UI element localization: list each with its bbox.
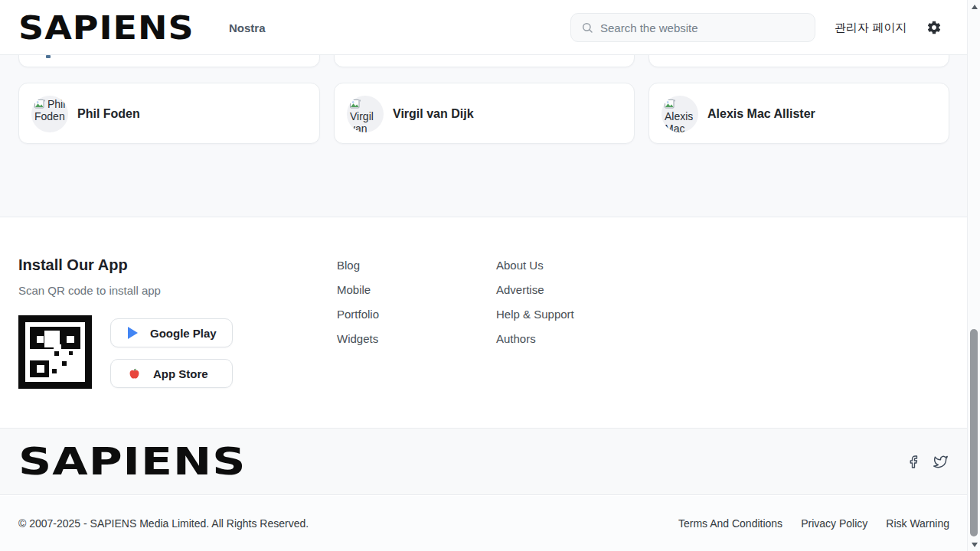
app-store-label: App Store bbox=[153, 367, 208, 380]
search-input[interactable] bbox=[600, 21, 815, 34]
apple-icon bbox=[128, 367, 141, 380]
footer-sapiens-logo[interactable]: SAPIENS bbox=[18, 434, 246, 489]
footer-link-authors[interactable]: Authors bbox=[496, 326, 574, 350]
author-name: Phil Foden bbox=[77, 83, 140, 145]
twitter-icon bbox=[933, 455, 949, 469]
admin-page-link[interactable]: 관리자 페이지 bbox=[835, 0, 906, 55]
broken-image-icon bbox=[665, 99, 676, 109]
facebook-link[interactable] bbox=[906, 428, 920, 495]
legal-links: Terms And Conditions Privacy Policy Risk… bbox=[678, 517, 949, 530]
avatar-alt-text: Virgil van Dijk bbox=[350, 110, 374, 132]
search-icon bbox=[581, 21, 593, 34]
author-name: Alexis Mac Allister bbox=[707, 83, 815, 145]
install-app-subtitle: Scan QR code to install app bbox=[18, 284, 161, 297]
footer-link-help-support[interactable]: Help & Support bbox=[496, 302, 574, 326]
google-play-icon bbox=[128, 327, 138, 339]
app-store-button[interactable]: App Store bbox=[110, 359, 233, 388]
privacy-policy-link[interactable]: Privacy Policy bbox=[801, 517, 867, 530]
twitter-link[interactable] bbox=[933, 428, 949, 495]
install-app-title: Install Our App bbox=[18, 256, 128, 274]
scrollbar[interactable] bbox=[967, 0, 980, 551]
search-box[interactable] bbox=[570, 13, 815, 42]
footer-link-about-us[interactable]: About Us bbox=[496, 253, 574, 277]
avatar: Virgil van Dijk bbox=[347, 96, 384, 132]
sapiens-logo[interactable]: SAPIENS bbox=[18, 2, 194, 53]
settings-button[interactable] bbox=[926, 20, 943, 37]
avatar: Alexis Mac Allister bbox=[662, 96, 698, 132]
footer-nav-column-2: About Us Advertise Help & Support Author… bbox=[496, 253, 574, 350]
legal-bar: © 2007-2025 - SAPIENS Media Limited. All… bbox=[0, 496, 980, 551]
avatar-alt-text: Alexis Mac Allister bbox=[665, 110, 697, 132]
author-name: Virgil van Dijk bbox=[393, 83, 474, 145]
risk-warning-link[interactable]: Risk Warning bbox=[886, 517, 949, 530]
footer-link-advertise[interactable]: Advertise bbox=[496, 277, 574, 302]
avatar: Phil Foden bbox=[31, 96, 68, 132]
gear-icon bbox=[926, 20, 942, 35]
header: SAPIENS Nostra 관리자 페이지 bbox=[0, 0, 980, 55]
footer-link-widgets[interactable]: Widgets bbox=[337, 326, 379, 350]
terms-and-conditions-link[interactable]: Terms And Conditions bbox=[678, 517, 782, 530]
site-name: Nostra bbox=[229, 0, 266, 55]
scrollbar-down-arrow[interactable] bbox=[968, 538, 980, 551]
copyright-text: © 2007-2025 - SAPIENS Media Limited. All… bbox=[18, 517, 309, 530]
author-card-phil-foden[interactable]: Phil Foden Phil Foden bbox=[18, 83, 320, 144]
author-card-alexis-mac-allister[interactable]: Alexis Mac Allister Alexis Mac Allister bbox=[648, 83, 949, 144]
author-card-virgil-van-dijk[interactable]: Virgil van Dijk Virgil van Dijk bbox=[334, 83, 635, 144]
broken-image-icon bbox=[350, 99, 361, 109]
google-play-label: Google Play bbox=[150, 327, 217, 340]
footer-link-mobile[interactable]: Mobile bbox=[337, 277, 379, 302]
google-play-button[interactable]: Google Play bbox=[110, 318, 233, 347]
broken-image-icon bbox=[46, 55, 51, 58]
footer-link-portfolio[interactable]: Portfolio bbox=[337, 302, 379, 326]
broken-image-icon bbox=[34, 99, 46, 109]
scrollbar-up-arrow[interactable] bbox=[968, 0, 980, 13]
scrollbar-thumb[interactable] bbox=[970, 329, 978, 536]
footer-link-blog[interactable]: Blog bbox=[337, 253, 379, 277]
page: Phil Foden Phil Foden Virgil van Dijk Vi… bbox=[0, 0, 980, 551]
footer-nav-column-1: Blog Mobile Portfolio Widgets bbox=[337, 253, 379, 350]
facebook-icon bbox=[906, 455, 920, 469]
qr-code-image bbox=[18, 315, 92, 389]
